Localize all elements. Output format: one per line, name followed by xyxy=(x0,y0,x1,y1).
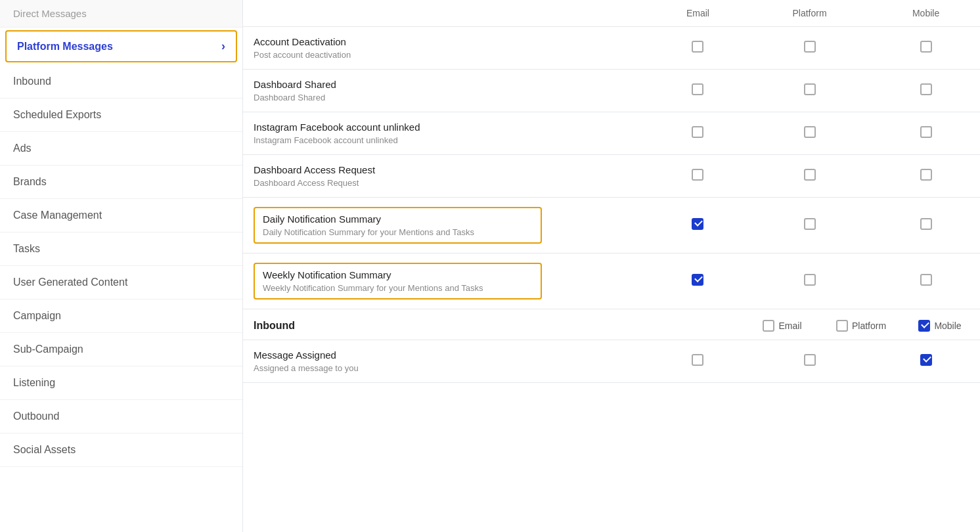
email-checkbox[interactable] xyxy=(692,41,703,53)
row-title: Dashboard Shared xyxy=(254,79,638,90)
inbound-mobile-checkbox[interactable] xyxy=(918,320,930,332)
row-subtitle: Dashboard Access Request xyxy=(254,178,638,188)
inbound-section-header: Inbound Email Platform xyxy=(243,309,980,340)
row-subtitle: Weekly Notification Summary for your Men… xyxy=(263,283,533,293)
sidebar-item-label: Ads xyxy=(13,143,32,154)
sidebar-item-campaign[interactable]: Campaign xyxy=(0,299,242,333)
sidebar-item-label: Listening xyxy=(13,377,55,389)
sidebar-item-label: Scheduled Exports xyxy=(13,109,101,121)
platform-checkbox[interactable] xyxy=(804,169,816,181)
inbound-email-checkbox[interactable] xyxy=(763,320,774,332)
sidebar-item-label: Inbound xyxy=(13,76,51,87)
mobile-checkbox[interactable] xyxy=(920,274,932,286)
inbound-mobile-col: Mobile xyxy=(910,320,969,332)
inbound-email-col: Email xyxy=(753,320,812,332)
row-subtitle: Assigned a message to you xyxy=(254,363,638,373)
inbound-platform-col: Platform xyxy=(832,320,891,332)
mobile-checkbox[interactable] xyxy=(920,83,932,95)
sidebar-item-case-management[interactable]: Case Management xyxy=(0,199,242,233)
chevron-right-icon: › xyxy=(221,39,225,53)
row-title: Instagram Facebook account unlinked xyxy=(254,122,638,133)
row-title: Account Deactivation xyxy=(254,36,638,47)
sidebar-item-ads[interactable]: Ads xyxy=(0,132,242,166)
col-header-label xyxy=(243,0,648,27)
sidebar-item-label: User Generated Content xyxy=(13,277,127,288)
row-title: Daily Notification Summary xyxy=(263,213,533,225)
row-title: Message Assigned xyxy=(254,349,638,361)
table-row: Message Assigned Assigned a message to y… xyxy=(243,340,980,383)
sidebar-item-outbound[interactable]: Outbound xyxy=(0,400,242,433)
sidebar-item-direct-messages[interactable]: Direct Messages xyxy=(0,0,242,28)
platform-checkbox[interactable] xyxy=(804,218,816,230)
main-content: Email Platform Mobile Account Deactivati… xyxy=(243,0,980,532)
email-checkbox[interactable] xyxy=(692,169,703,181)
sidebar: Direct Messages Platform Messages › Inbo… xyxy=(0,0,243,532)
row-subtitle: Instagram Facebook account unlinked xyxy=(254,135,638,145)
inbound-section-title: Inbound xyxy=(254,320,295,332)
row-subtitle: Dashboard Shared xyxy=(254,93,638,102)
row-subtitle: Daily Notification Summary for your Ment… xyxy=(263,227,533,237)
sidebar-item-brands[interactable]: Brands xyxy=(0,166,242,199)
sidebar-item-label: Sub-Campaign xyxy=(13,344,83,355)
mobile-checkbox[interactable] xyxy=(920,41,932,53)
platform-checkbox[interactable] xyxy=(804,274,816,286)
table-row: Account Deactivation Post account deacti… xyxy=(243,27,980,70)
sidebar-item-listening[interactable]: Listening xyxy=(0,366,242,400)
inbound-email-label: Email xyxy=(778,321,801,331)
sidebar-item-sub-campaign[interactable]: Sub-Campaign xyxy=(0,333,242,366)
sidebar-item-tasks[interactable]: Tasks xyxy=(0,233,242,266)
row-subtitle: Post account deactivation xyxy=(254,50,638,60)
sidebar-item-label: Case Management xyxy=(13,210,102,221)
mobile-checkbox[interactable] xyxy=(920,354,932,366)
sidebar-item-label: Brands xyxy=(13,176,47,188)
mobile-checkbox[interactable] xyxy=(920,218,932,230)
sidebar-item-label: Tasks xyxy=(13,243,40,255)
sidebar-item-social-assets[interactable]: Social Assets xyxy=(0,433,242,467)
sidebar-item-inbound[interactable]: Inbound xyxy=(0,65,242,99)
sidebar-item-label: Platform Messages xyxy=(17,41,113,53)
col-header-email: Email xyxy=(648,0,747,27)
table-row: Dashboard Shared Dashboard Shared xyxy=(243,70,980,112)
email-checkbox[interactable] xyxy=(692,274,703,286)
sidebar-item-label: Outbound xyxy=(13,410,59,422)
email-checkbox[interactable] xyxy=(692,354,703,366)
inbound-mobile-label: Mobile xyxy=(934,321,961,331)
sidebar-item-scheduled-exports[interactable]: Scheduled Exports xyxy=(0,99,242,132)
row-title: Dashboard Access Request xyxy=(254,164,638,175)
col-header-mobile: Mobile xyxy=(872,0,980,27)
mobile-checkbox[interactable] xyxy=(920,126,932,138)
platform-checkbox[interactable] xyxy=(804,354,816,366)
inbound-platform-label: Platform xyxy=(852,321,886,331)
sidebar-item-label: Social Assets xyxy=(13,444,76,456)
platform-checkbox[interactable] xyxy=(804,41,816,53)
sidebar-item-label: Direct Messages xyxy=(13,8,87,19)
inbound-platform-checkbox[interactable] xyxy=(836,320,848,332)
email-checkbox[interactable] xyxy=(692,218,703,230)
notification-table: Email Platform Mobile Account Deactivati… xyxy=(243,0,980,383)
email-checkbox[interactable] xyxy=(692,83,703,95)
platform-checkbox[interactable] xyxy=(804,126,816,138)
row-title: Weekly Notification Summary xyxy=(263,269,533,280)
col-header-platform: Platform xyxy=(747,0,872,27)
email-checkbox[interactable] xyxy=(692,126,703,138)
sidebar-item-label: Campaign xyxy=(13,310,61,322)
sidebar-item-platform-messages[interactable]: Platform Messages › xyxy=(5,30,237,62)
mobile-checkbox[interactable] xyxy=(920,169,932,181)
table-row: Instagram Facebook account unlinked Inst… xyxy=(243,112,980,155)
platform-checkbox[interactable] xyxy=(804,83,816,95)
sidebar-item-user-generated-content[interactable]: User Generated Content xyxy=(0,266,242,299)
table-row: Weekly Notification Summary Weekly Notif… xyxy=(243,254,980,309)
table-row: Daily Notification Summary Daily Notific… xyxy=(243,198,980,254)
table-row: Dashboard Access Request Dashboard Acces… xyxy=(243,155,980,198)
